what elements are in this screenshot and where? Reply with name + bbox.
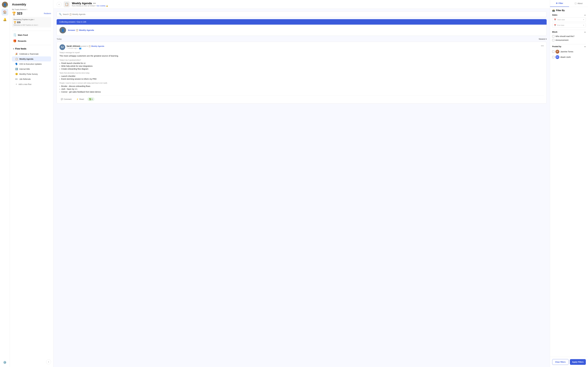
block-section: Block ▲ Who should read this? Announceme… [552,31,586,42]
tab-about[interactable]: i About [569,0,588,7]
collapse-icon: ▾ [13,48,14,50]
see-visibility-link[interactable]: See visibility [96,5,105,7]
list-item: Connor - get sales feedback from latest … [60,91,544,93]
chevron-down-icon: ▾ [546,38,547,40]
post-header: SJ Sarah Johnson posted in 📋 Weekly Agen… [60,44,544,50]
collapse-left-panel-button[interactable]: ‹ [57,2,61,7]
answer-link[interactable]: Answer 📋 Weekly Agenda [68,29,94,31]
search-input[interactable] [63,13,544,15]
section1-text: The most unhappy customers are the great… [60,54,544,58]
announcement-checkbox[interactable] [552,39,554,41]
sidebar: Assembly My Trophy Balance ℹ 🏆 323 Redee… [10,0,53,367]
post-time-row: 7 minutes ago • 👥 [67,47,104,49]
feed-title-area: Weekly Agenda ••• Runs Weekly on Mon at … [72,2,547,7]
sidebar-item-main-feed[interactable]: 🗒️ Main Feed [12,32,51,38]
trophy-small-icon: 🏆 [14,21,16,24]
posted-by-section-header[interactable]: Posted by ▲ [552,45,586,48]
section4-label: People I need to lead or connect with to… [60,82,544,84]
user-avatar[interactable]: 👤 [2,2,8,8]
main-feed-label: Main Feed [18,34,28,36]
search-bar[interactable]: 🔍 [57,11,547,17]
flow-item-celebrate[interactable]: 🎉 Celebrate a Teammate [12,51,51,56]
ceo-label: CEO & Executive Updates [19,63,42,65]
refreshes-text: Refreshes to 500 Trophies on June 1 [14,24,49,26]
section2-label: Today's top 3 goals/priorities? [60,59,544,61]
wiki-icon: ℹ️ [15,68,18,70]
post-options-button[interactable]: ••• [541,44,544,47]
flow-item-weekly-agenda[interactable]: 📋 Weekly Agenda [12,56,51,61]
feed-options-button[interactable]: ••• [93,2,96,5]
post-card: SJ Sarah Johnson posted in 📋 Weekly Agen… [57,42,547,104]
flow-feeds-header[interactable]: ▾ Flow feeds [12,46,51,51]
group-icon: 👥 [79,47,81,49]
jasmine-name: Jasmine Torres [560,50,573,53]
flow-item-internal-wiki[interactable]: ℹ️ Internal Wiki [12,67,51,72]
flow-item-ceo-updates[interactable]: 🗣️ CEO & Executive Updates [12,61,51,67]
calendar-end-icon: 📅 [554,24,556,26]
block-section-header[interactable]: Block ▲ [552,31,586,33]
filter-icon: ⚙ [556,2,558,4]
remaining-label: Remaining Trophies to give ℹ [14,19,49,21]
notifications-icon[interactable]: 🔔 [2,17,8,23]
wiki-label: Internal Wiki [19,68,30,70]
section2-list: Finish launch checklist for v1 Write hel… [60,62,544,70]
sort-dropdown[interactable]: Newest ▾ [539,38,547,40]
who-should-read-checkbox[interactable] [552,35,554,37]
pulse-icon: 😊 [15,73,18,75]
feed-title: Weekly Agenda ••• [72,2,547,5]
section3-list: Launch checklist Event storming session … [60,75,544,81]
icon-bar: 👤 🏠 🔔 ⚙️ [0,0,10,367]
info-icon: ℹ [26,8,27,10]
home-nav-icon[interactable]: 🏠 [1,9,8,16]
start-date-chevron-icon: ▾ [583,19,584,21]
apply-filters-button[interactable]: Apply Filters [570,359,586,365]
posted-by-section: Posted by ▲ JT Jasmine Torres AJ Akash J… [552,45,586,60]
jasmine-avatar: JT [555,50,559,54]
dates-section: Dates ▲ 📅 Start date ▾ 📅 End date ▾ [552,14,586,27]
start-date-input[interactable]: 📅 Start date ▾ [552,17,586,22]
react-count-badge[interactable]: ✅ 1 [87,98,94,101]
filter-tabs: ⚙ Filter i About [550,0,588,7]
sidebar-collapse-button[interactable]: ‹ [46,359,51,364]
flow-item-job-referrals[interactable]: 👀 Job Referrals [12,76,51,82]
list-item: Create onboarding flow diagram [60,67,544,70]
feed-controls: Today Newest ▾ [57,38,547,40]
dates-chevron-icon: ▲ [584,14,586,16]
posted-by-akash: AJ Akash Joshi [552,54,586,60]
redeem-link[interactable]: Redeem [44,12,51,15]
trophy-icon: 🏆 [12,12,16,15]
answer-card: 👤 Answer 📋 Weekly Agenda [57,25,547,36]
list-item: Write help article for new integrations [60,65,544,67]
settings-icon[interactable]: ⚙️ [2,359,8,365]
pulse-label: Monthly Pulse Survey [19,73,38,75]
post-meta: Sarah Johnson posted in 📋 Weekly Agenda … [67,45,104,49]
flow-feeds-label: Flow feeds [15,48,26,50]
filter-divider-1 [552,30,586,30]
comment-icon: 💬 [61,98,63,100]
filter-header-icon: 🗃️ [552,9,555,12]
jasmine-checkbox[interactable] [552,50,554,53]
dates-section-header[interactable]: Dates ▲ [552,14,586,16]
app-title: Assembly [12,3,51,6]
top-bar: ‹ 📋 Weekly Agenda ••• Runs Weekly on Mon… [53,0,550,9]
tab-filter[interactable]: ⚙ Filter [550,0,569,7]
end-date-input[interactable]: 📅 End date ▾ [552,23,586,27]
add-flow-button[interactable]: ＋ Add a new flow [12,82,51,87]
trophy-count: 🏆 323 [12,12,22,15]
referrals-label: Job Referrals [19,78,31,80]
calendar-start-icon: 📅 [554,19,556,21]
sidebar-item-rewards[interactable]: 🎁 Rewards [12,38,51,44]
online-indicator [6,6,8,7]
akash-checkbox[interactable] [552,56,554,58]
flow-item-monthly-pulse[interactable]: 😊 Monthly Pulse Survey [12,72,51,76]
weekly-agenda-icon: 📋 [15,58,18,60]
posted-by-chevron-icon: ▲ [584,46,586,47]
celebrate-icon: 🎉 [15,53,18,55]
clear-filters-button[interactable]: Clear filters [552,359,569,365]
answer-avatar: 👤 [60,27,66,33]
comment-button[interactable]: 💬 Comment [60,97,73,101]
collecting-answers-section: Collecting answers • Due in 24h 👤 Answer… [57,19,547,36]
announcement-label: Announcement: [555,39,569,41]
posted-by-jasmine: JT Jasmine Torres [552,49,586,54]
react-button[interactable]: ⚡ React [75,97,85,101]
